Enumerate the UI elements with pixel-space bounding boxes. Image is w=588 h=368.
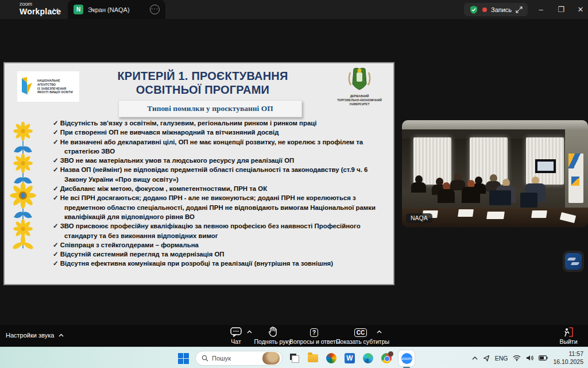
start-button[interactable] <box>177 352 189 365</box>
captions-button[interactable]: CC Показать субтитры <box>336 327 385 345</box>
university-logo-line: ТОРГОВЕЛЬНО-ЕКОНОМІЧНИЙ <box>333 98 386 102</box>
file-explorer-button[interactable] <box>307 352 319 365</box>
participant-avatar: N <box>74 5 83 14</box>
chat-bubble-icon <box>230 327 242 337</box>
naqa-logo-line: ЯКОСТІ ВИЩОЇ ОСВІТИ <box>37 90 73 94</box>
close-button[interactable]: ✕ <box>571 0 588 19</box>
bullet-item: При створенні ОП не вивчався міжнародний… <box>53 128 392 137</box>
recording-label: Запись <box>491 6 512 13</box>
name-card <box>486 212 505 219</box>
edge-icon <box>363 353 373 363</box>
floral-ornament-icon <box>9 122 37 253</box>
recording-indicator[interactable]: Запись <box>464 3 528 16</box>
university-crest-icon <box>347 67 372 93</box>
university-logo: ДЕРЖАВНИЙ ТОРГОВЕЛЬНО-ЕКОНОМІЧНИЙ УНІВЕР… <box>333 67 386 106</box>
tab-label: Экран (NAQA) <box>88 6 150 13</box>
task-view-icon <box>290 354 299 363</box>
folder-icon <box>308 354 318 362</box>
zoom-app-button-active[interactable]: zoom <box>399 350 415 366</box>
office-button[interactable] <box>325 352 338 365</box>
maximize-button[interactable]: ❐ <box>551 0 571 19</box>
qa-button[interactable]: ? Вопросы и ответы <box>289 327 339 345</box>
search-highlight-image[interactable] <box>262 352 280 365</box>
tray-date: 16.10.2025 <box>553 358 583 366</box>
bullet-item: Не визначені або декларативні цілі, ОП н… <box>53 137 392 156</box>
bullet-item: ЗВО не має матеріальних умов та людськог… <box>53 156 392 165</box>
title-bar: zoom Workplace N Экран (NAQA) ··· Запись… <box>0 0 588 19</box>
audio-settings-label: Настройки звука <box>6 332 54 339</box>
bullet-item: Відсутній системний перегляд та модерніз… <box>53 250 392 259</box>
edge-button[interactable] <box>362 352 374 365</box>
expand-icon[interactable] <box>516 6 523 13</box>
app-glyph-icon <box>565 253 582 270</box>
cc-icon: CC <box>354 328 367 337</box>
slide-subtitle-box: Типові помилки у проєктуванні ОП <box>118 100 302 117</box>
word-button[interactable]: W <box>343 352 356 365</box>
security-shield-icon <box>469 5 478 14</box>
battery-icon[interactable] <box>539 355 548 361</box>
speaker-icon[interactable] <box>526 355 533 361</box>
naqa-logo: НАЦІОНАЛЬНЕ АГЕНТСТВО ІЗ ЗАБЕЗПЕЧЕННЯ ЯК… <box>17 71 79 102</box>
name-card <box>458 209 474 217</box>
leave-door-icon <box>563 327 574 337</box>
university-logo-line: ДЕРЖАВНИЙ <box>333 94 386 98</box>
tab-shared-screen[interactable]: N Экран (NAQA) ··· <box>68 0 165 19</box>
minimize-button[interactable]: – <box>531 0 551 19</box>
naqa-logo-line: НАЦІОНАЛЬНЕ <box>37 79 73 83</box>
wall-tv <box>535 159 556 173</box>
university-logo-line: УНІВЕРСИТЕТ <box>333 102 386 106</box>
naqa-logo-line: АГЕНТСТВО <box>37 83 73 87</box>
naqa-logo-line: ІЗ ЗАБЕЗПЕЧЕННЯ <box>37 87 73 91</box>
search-placeholder: Пошук <box>212 355 259 362</box>
slide-bullet-list: Відсутність зв'язку з освітнім, галузеви… <box>53 118 392 269</box>
floating-app-button[interactable] <box>563 251 584 272</box>
captions-label: Показать субтитры <box>336 338 385 345</box>
participant-name-badge: NAQA <box>406 213 432 223</box>
bullet-item: Дисбаланс між метою, фокусом , компетент… <box>53 184 392 193</box>
taskbar-search[interactable]: Пошук <box>195 351 283 366</box>
chrome-button[interactable] <box>380 352 393 365</box>
windows-taskbar: Пошук W zoom ENG <box>0 347 588 368</box>
office-icon <box>326 353 336 363</box>
tray-chevron-up-icon[interactable] <box>472 356 478 360</box>
laptop <box>520 193 537 208</box>
shared-slide: НАЦІОНАЛЬНЕ АГЕНТСТВО ІЗ ЗАБЕЗПЕЧЕННЯ ЯК… <box>5 63 393 284</box>
tray-clock[interactable]: 11:57 16.10.2025 <box>553 350 583 365</box>
question-box-icon: ? <box>310 328 318 337</box>
captions-chevron-up-icon[interactable] <box>377 330 382 334</box>
bullet-item: Співпраця з стейкголдерами – формальна <box>53 240 392 250</box>
windows-logo-icon <box>178 353 189 364</box>
chevron-up-icon <box>59 334 64 337</box>
bullet-item: Відсутня ефективна комунікація при розро… <box>53 259 392 268</box>
bullet-item: ЗВО присвоює професійну кваліфікацію за … <box>53 221 392 240</box>
naqa-logo-icon <box>20 77 34 97</box>
leave-button[interactable]: Выйти <box>551 327 586 345</box>
zoom-workplace-window: zoom Workplace N Экран (NAQA) ··· Запись… <box>0 0 588 368</box>
bullet-item: Не всі ПРН досягаються; додано ПРН - але… <box>53 193 392 221</box>
video-scene-ceiling <box>402 120 588 129</box>
rollup-banner <box>568 154 583 203</box>
brand-zoom: zoom <box>20 2 61 7</box>
bullet-item: Відсутність зв'язку з освітнім, галузеви… <box>53 118 392 128</box>
recording-dot-icon <box>482 7 487 12</box>
word-icon: W <box>345 353 355 363</box>
slide-title: КРИТЕРІЙ 1. ПРОЄКТУВАННЯ ОСВІТНЬОЇ ПРОГР… <box>91 69 315 97</box>
chevron-down-icon[interactable] <box>53 7 59 13</box>
tab-more-icon[interactable]: ··· <box>150 5 160 14</box>
language-indicator[interactable]: ENG <box>495 355 508 362</box>
bullet-item: Назва ОП (неймінг) не відповідає предмет… <box>53 165 392 184</box>
location-arrow-icon[interactable] <box>483 355 490 362</box>
chrome-icon <box>381 353 392 363</box>
raised-hand-icon <box>268 327 277 337</box>
name-card <box>531 210 547 218</box>
zoom-app-icon: zoom <box>401 353 412 364</box>
leave-label: Выйти <box>551 338 586 345</box>
wifi-icon[interactable] <box>513 355 521 361</box>
qa-label: Вопросы и ответы <box>289 338 339 345</box>
audio-settings-button[interactable]: Настройки звука <box>6 332 64 339</box>
meeting-toolbar: Настройки звука Чат Поднять руку <box>0 325 588 347</box>
slide-subtitle: Типові помилки у проєктуванні ОП <box>147 104 273 113</box>
search-icon <box>202 355 208 362</box>
task-view-button[interactable] <box>288 352 301 365</box>
participant-video-tile[interactable]: NAQA <box>402 120 588 227</box>
